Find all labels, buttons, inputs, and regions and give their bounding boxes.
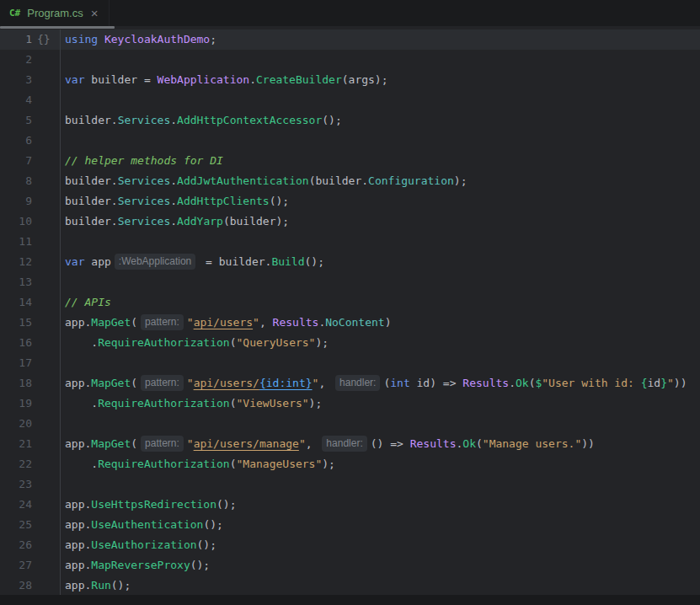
code-token: . bbox=[65, 397, 98, 410]
code-token: RequireAuthorization bbox=[98, 458, 230, 470]
code-line[interactable]: 26app.UseAuthorization(); bbox=[0, 535, 700, 555]
line-number[interactable]: 6 bbox=[0, 131, 32, 151]
editor-tab-bar: C# Program.cs × bbox=[0, 0, 700, 26]
code-token: KeycloakAuthDemo bbox=[104, 33, 210, 46]
code-line[interactable]: 22 .RequireAuthorization("ManageUsers"); bbox=[0, 454, 700, 474]
line-number[interactable]: 28 bbox=[0, 576, 32, 595]
code-token: . bbox=[509, 377, 516, 389]
code-token: ); bbox=[315, 336, 329, 349]
line-number[interactable]: 2 bbox=[0, 50, 32, 70]
gutter bbox=[32, 110, 61, 131]
code-line[interactable]: 14// APIs bbox=[0, 292, 700, 313]
code-line[interactable]: 15app.MapGet(pattern:"api/users", Result… bbox=[0, 313, 700, 333]
line-number[interactable]: 25 bbox=[0, 515, 32, 535]
line-number[interactable]: 16 bbox=[0, 333, 32, 353]
code-token: app. bbox=[65, 538, 91, 551]
code-token: "QueryUsers" bbox=[237, 336, 316, 349]
code-token: var bbox=[65, 73, 84, 86]
code-token: )) bbox=[581, 437, 595, 450]
code-line[interactable]: 5builder.Services.AddHttpContextAccessor… bbox=[0, 110, 700, 131]
code-line[interactable]: 10builder.Services.AddYarp(builder); bbox=[0, 211, 700, 232]
gutter bbox=[32, 333, 61, 353]
line-number[interactable]: 5 bbox=[0, 110, 32, 131]
code-line[interactable]: 16 .RequireAuthorization("QueryUsers"); bbox=[0, 333, 700, 353]
line-number[interactable]: 7 bbox=[0, 151, 32, 171]
gutter bbox=[32, 171, 61, 191]
line-number[interactable]: 1 bbox=[0, 29, 32, 50]
code-line[interactable]: 28app.Run(); bbox=[0, 576, 700, 595]
line-number[interactable]: 18 bbox=[0, 373, 32, 394]
gutter bbox=[32, 353, 61, 373]
code-text: using KeycloakAuthDemo; bbox=[61, 29, 700, 50]
code-token: app. bbox=[65, 498, 91, 511]
code-line[interactable]: 17 bbox=[0, 353, 700, 373]
inlay-hint: :WebApplication bbox=[115, 254, 196, 270]
code-line[interactable]: 9builder.Services.AddHttpClients(); bbox=[0, 191, 700, 211]
code-token: Services bbox=[118, 215, 171, 228]
code-line[interactable]: 20 bbox=[0, 414, 700, 434]
code-token: Results bbox=[273, 316, 319, 329]
gutter bbox=[32, 434, 61, 454]
code-text: var builder = WebApplication.CreateBuild… bbox=[61, 70, 700, 90]
code-line[interactable]: 19 .RequireAuthorization("ViewUsers"); bbox=[0, 394, 700, 414]
gutter bbox=[32, 535, 61, 555]
code-token: . bbox=[170, 195, 177, 207]
code-token: ( bbox=[230, 397, 237, 410]
code-token: ; bbox=[210, 33, 216, 46]
code-token: MapGet bbox=[91, 316, 131, 329]
code-line[interactable]: 8builder.Services.AddJwtAuthentication(b… bbox=[0, 171, 700, 191]
code-line[interactable]: 27app.MapReverseProxy(); bbox=[0, 555, 700, 576]
code-text: app.UseAuthorization(); bbox=[61, 535, 700, 555]
code-token: Ok bbox=[516, 377, 529, 389]
code-token: , bbox=[259, 316, 273, 329]
line-number[interactable]: 9 bbox=[0, 191, 32, 211]
line-number[interactable]: 27 bbox=[0, 555, 32, 576]
code-line[interactable]: 18app.MapGet(pattern:"api/users/{id:int}… bbox=[0, 373, 700, 394]
code-text bbox=[61, 474, 700, 495]
code-text bbox=[61, 50, 700, 70]
code-token: api/users/manage bbox=[194, 437, 299, 450]
code-line[interactable]: 23 bbox=[0, 474, 700, 495]
code-line[interactable]: 7// helper methods for DI bbox=[0, 151, 700, 171]
line-number[interactable]: 20 bbox=[0, 414, 32, 434]
code-line[interactable]: 6 bbox=[0, 131, 700, 151]
line-number[interactable]: 4 bbox=[0, 90, 32, 110]
line-number[interactable]: 19 bbox=[0, 394, 32, 414]
code-token: . bbox=[170, 215, 177, 228]
code-line[interactable]: 1{}using KeycloakAuthDemo; bbox=[0, 29, 700, 50]
line-number[interactable]: 17 bbox=[0, 353, 32, 373]
line-number[interactable]: 8 bbox=[0, 171, 32, 191]
line-number[interactable]: 22 bbox=[0, 454, 32, 474]
line-number[interactable]: 3 bbox=[0, 70, 32, 90]
code-line[interactable]: 25app.UseAuthentication(); bbox=[0, 515, 700, 535]
top-level-braces-gutter-icon[interactable]: {} bbox=[32, 29, 61, 50]
line-number[interactable]: 13 bbox=[0, 272, 32, 292]
close-icon[interactable]: × bbox=[90, 7, 99, 19]
line-number[interactable]: 10 bbox=[0, 211, 32, 232]
code-token: app bbox=[84, 255, 110, 268]
line-number[interactable]: 21 bbox=[0, 434, 32, 454]
code-text: builder.Services.AddHttpContextAccessor(… bbox=[61, 110, 700, 131]
line-number[interactable]: 11 bbox=[0, 232, 32, 252]
code-token: builder. bbox=[65, 195, 118, 207]
code-area[interactable]: 1{}using KeycloakAuthDemo;23var builder … bbox=[0, 29, 700, 595]
code-line[interactable]: 21app.MapGet(pattern:"api/users/manage",… bbox=[0, 434, 700, 454]
code-token: MapGet bbox=[91, 377, 131, 389]
code-editor[interactable]: 1{}using KeycloakAuthDemo;23var builder … bbox=[0, 26, 700, 595]
line-number[interactable]: 14 bbox=[0, 292, 32, 313]
line-number[interactable]: 12 bbox=[0, 252, 32, 272]
code-line[interactable]: 13 bbox=[0, 272, 700, 292]
line-number[interactable]: 15 bbox=[0, 313, 32, 333]
code-line[interactable]: 4 bbox=[0, 90, 700, 110]
line-number[interactable]: 24 bbox=[0, 495, 32, 515]
code-line[interactable]: 24app.UseHttpsRedirection(); bbox=[0, 495, 700, 515]
code-line[interactable]: 3var builder = WebApplication.CreateBuil… bbox=[0, 70, 700, 90]
line-number[interactable]: 23 bbox=[0, 474, 32, 495]
code-line[interactable]: 11 bbox=[0, 232, 700, 252]
line-number[interactable]: 26 bbox=[0, 535, 32, 555]
code-line[interactable]: 12var app:WebApplication = builder.Build… bbox=[0, 252, 700, 272]
code-token: ( bbox=[230, 336, 237, 349]
code-line[interactable]: 2 bbox=[0, 50, 700, 70]
tab-program-cs[interactable]: C# Program.cs × bbox=[0, 0, 110, 26]
code-token: UseHttpsRedirection bbox=[91, 498, 216, 511]
